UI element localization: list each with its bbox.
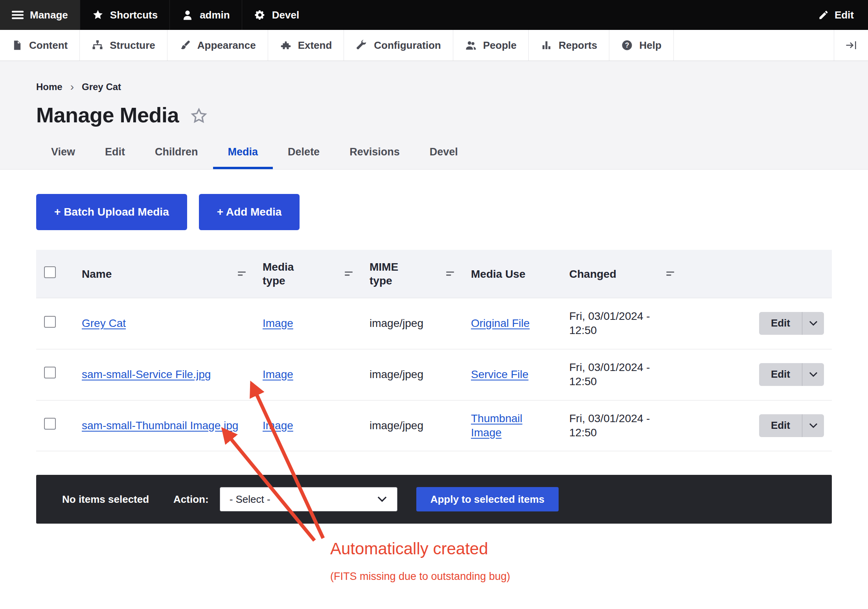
toolbar-collapse-button[interactable] [834,30,868,61]
apply-to-selected-button[interactable]: Apply to selected items [416,487,559,511]
action-label: Action: [173,493,209,506]
paintbrush-icon [179,39,191,51]
edit-dropdown-toggle[interactable] [802,414,824,437]
edit-button[interactable]: Edit [759,363,802,386]
menu-item-structure[interactable]: Structure [80,30,167,61]
action-select[interactable]: - Select - [220,487,397,511]
media-table-header-row: Name Media type MIME type Media Use Chan… [36,250,832,298]
operations-cell: Edit [683,400,832,451]
help-icon: ? [621,39,633,51]
media-table: Name Media type MIME type Media Use Chan… [36,250,832,451]
gear-icon [254,9,266,21]
bulk-actions-bar: No items selected Action: - Select - App… [36,475,832,524]
edit-dropdown-toggle[interactable] [802,363,824,386]
sitemap-icon [92,39,103,51]
admin-item-label: Devel [272,9,299,21]
operations-cell: Edit [683,298,832,349]
edit-button-group: Edit [759,312,824,335]
row-checkbox[interactable] [44,316,56,328]
people-icon [465,39,477,51]
row-checkbox[interactable] [44,418,56,430]
page-header: Home › Grey Cat Manage Media View Edit C… [0,61,868,170]
media-use-link[interactable]: Service File [471,368,528,380]
breadcrumb: Home › Grey Cat [36,81,832,93]
admin-menu-bar: Content Structure Appearance Extend Conf… [0,30,868,61]
row-select-cell [36,349,74,400]
admin-item-devel[interactable]: Devel [242,0,311,30]
batch-upload-media-button[interactable]: + Batch Upload Media [36,194,187,230]
mime-type-cell: image/jpeg [362,298,463,349]
sort-icon[interactable] [445,269,455,279]
tab-media[interactable]: Media [213,140,273,169]
media-name-link[interactable]: sam-small-Thumbnail Image.jpg [82,419,238,432]
name-cell: Grey Cat [74,298,255,349]
media-type-link[interactable]: Image [263,419,293,432]
menu-item-appearance[interactable]: Appearance [167,30,268,61]
media-use-cell: Original File [463,298,561,349]
document-icon [12,40,23,51]
bar-chart-icon [541,39,552,51]
media-use-link[interactable]: Thumbnail Image [471,412,522,439]
admin-edit-button[interactable]: Edit [804,0,868,30]
column-header-media-type[interactable]: Media type [255,250,362,298]
column-header-label: Changed [569,267,616,281]
column-header-name[interactable]: Name [74,250,255,298]
menu-item-content[interactable]: Content [0,30,80,61]
edit-button[interactable]: Edit [759,312,802,335]
media-use-link[interactable]: Original File [471,317,530,329]
column-header-media-use: Media Use [463,250,561,298]
edit-dropdown-toggle[interactable] [802,312,824,335]
changed-cell: Fri, 03/01/2024 - 12:50 [561,400,683,451]
menu-item-people[interactable]: People [453,30,529,61]
wrench-icon [356,39,368,51]
menu-item-label: Structure [110,39,155,52]
admin-toolbar: Manage Shortcuts admin Devel Edit [0,0,868,30]
user-icon [182,9,193,21]
sort-icon[interactable] [344,269,354,279]
media-type-cell: Image [255,298,362,349]
media-name-link[interactable]: Grey Cat [82,317,126,329]
media-table-row: sam-small-Service File.jpg Image image/j… [36,349,832,400]
column-header-changed[interactable]: Changed [561,250,683,298]
select-all-cell [36,250,74,298]
sort-icon[interactable] [665,269,675,279]
media-table-row: Grey Cat Image image/jpeg Original File … [36,298,832,349]
column-header-label: MIME type [370,260,417,288]
media-name-link[interactable]: sam-small-Service File.jpg [82,368,211,380]
breadcrumb-home-link[interactable]: Home [36,81,63,92]
media-type-link[interactable]: Image [263,317,293,329]
media-type-cell: Image [255,349,362,400]
media-type-link[interactable]: Image [263,368,293,380]
admin-item-user[interactable]: admin [169,0,242,30]
menu-item-configuration[interactable]: Configuration [344,30,453,61]
select-all-checkbox[interactable] [44,266,56,278]
column-header-mime-type[interactable]: MIME type [362,250,463,298]
sort-icon[interactable] [237,269,247,279]
star-icon [92,9,104,21]
hamburger-icon [12,10,24,20]
breadcrumb-current: Grey Cat [82,81,121,92]
tab-devel[interactable]: Devel [415,140,473,169]
media-actions-row: + Batch Upload Media + Add Media [36,194,832,230]
edit-button[interactable]: Edit [759,414,802,437]
admin-item-manage[interactable]: Manage [0,0,80,30]
add-media-button[interactable]: + Add Media [199,194,300,230]
tab-children[interactable]: Children [140,140,213,169]
changed-cell: Fri, 03/01/2024 - 12:50 [561,298,683,349]
admin-item-shortcuts[interactable]: Shortcuts [80,0,169,30]
menu-item-label: Appearance [197,39,256,52]
pencil-icon [818,9,829,20]
chevron-down-icon [809,371,818,378]
menu-item-extend[interactable]: Extend [268,30,344,61]
admin-item-label: Manage [30,9,68,21]
tab-revisions[interactable]: Revisions [335,140,415,169]
menu-item-reports[interactable]: Reports [529,30,609,61]
tab-edit[interactable]: Edit [90,140,140,169]
menu-item-help[interactable]: ? Help [609,30,673,61]
tab-view[interactable]: View [36,140,90,169]
favorite-star-icon[interactable] [190,107,208,125]
tab-delete[interactable]: Delete [273,140,335,169]
chevron-down-icon [809,423,818,429]
row-checkbox[interactable] [44,367,56,378]
admin-item-label: Shortcuts [110,9,158,21]
